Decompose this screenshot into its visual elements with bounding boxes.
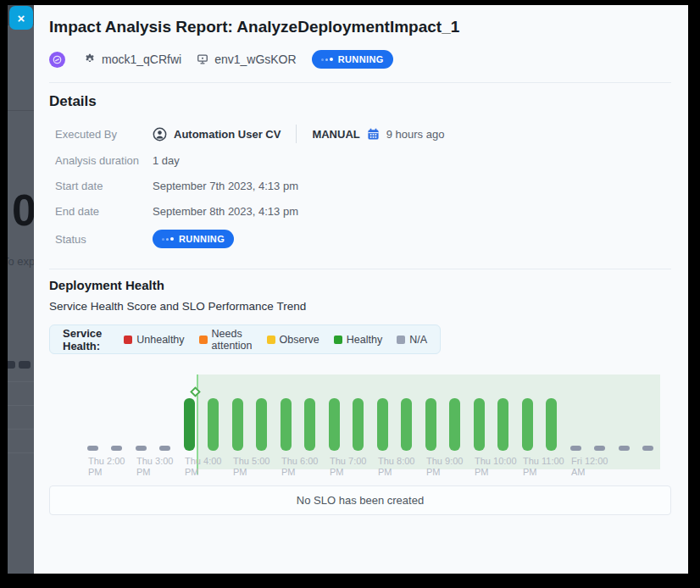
service-health-chart: Thu 2:00 PMThu 3:00 PMThu 4:00 PMThu 5:0…	[49, 363, 671, 485]
detail-row-executed-by: Executed By Automation User CV MANUAL 9 …	[55, 122, 444, 146]
detail-row-end-date: End date September 8th 2023, 4:13 pm	[55, 199, 298, 223]
execution-mode: MANUAL	[312, 128, 359, 141]
health-bar-healthy[interactable]	[329, 398, 340, 451]
detail-row-status: Status RUNNING	[55, 227, 234, 251]
detail-label: End date	[55, 205, 153, 218]
status-badge: RUNNING	[312, 50, 393, 69]
health-bar-na[interactable]	[642, 446, 653, 451]
deployment-health-heading: Deployment Health	[49, 278, 164, 292]
background-stat-value: 0	[12, 188, 34, 232]
legend-item-label: N/A	[409, 334, 427, 346]
x-axis-tick-label: Thu 4:00 PM	[185, 456, 221, 478]
dimmed-background-page: 0 To exp	[8, 5, 34, 574]
health-bar-na[interactable]	[87, 446, 98, 451]
legend-item-label: Observe	[280, 334, 319, 346]
background-row-line	[8, 381, 34, 382]
service-name: mock1_qCRfwi	[102, 53, 181, 66]
x-axis-tick-label: Thu 7:00 PM	[330, 456, 366, 478]
status-badge: RUNNING	[153, 230, 234, 248]
health-bar-healthy[interactable]	[208, 398, 219, 451]
background-partial-text: To exp	[8, 255, 34, 268]
impact-analysis-report-modal: Impact Analysis Report: AnalyzeDeploymen…	[34, 5, 688, 574]
x-axis-tick-label: Thu 6:00 PM	[281, 456, 318, 478]
legend-item: Needs attention	[199, 328, 253, 352]
details-heading: Details	[49, 93, 97, 110]
x-axis-tick-label: Thu 9:00 PM	[426, 456, 463, 478]
legend-swatch-icon	[199, 336, 208, 344]
legend-item: Unhealthy	[124, 334, 184, 346]
analysis-duration-value: 1 day	[153, 154, 180, 167]
spinner-dots-icon	[162, 237, 174, 241]
health-bar-healthy[interactable]	[425, 398, 436, 451]
executed-by-user: Automation User CV	[174, 128, 281, 141]
health-bar-healthy[interactable]	[281, 398, 292, 451]
health-bar-na[interactable]	[111, 446, 122, 451]
health-bar-na[interactable]	[619, 446, 630, 451]
legend-title: Service Health:	[63, 327, 107, 352]
background-row-line	[8, 405, 34, 406]
x-axis-tick-label: Thu 11:00 PM	[523, 456, 564, 478]
detail-label: Status	[55, 233, 153, 246]
gear-icon	[84, 53, 96, 65]
legend-item: Healthy	[334, 334, 382, 346]
health-bar-healthy[interactable]	[304, 398, 315, 451]
x-axis-tick-label: Thu 8:00 PM	[378, 456, 414, 478]
health-bar-na[interactable]	[570, 446, 581, 451]
end-date-value: September 8th 2023, 4:13 pm	[153, 205, 298, 218]
legend-swatch-icon	[334, 336, 342, 344]
calendar-icon	[367, 128, 380, 141]
health-bar-healthy[interactable]	[401, 398, 412, 451]
close-button[interactable]: ×	[9, 6, 33, 30]
detail-row-analysis-duration: Analysis duration 1 day	[55, 148, 180, 172]
close-icon: ×	[18, 11, 25, 25]
health-bar-na[interactable]	[594, 446, 605, 451]
health-bar-healthy[interactable]	[474, 398, 485, 451]
legend-swatch-icon	[397, 336, 405, 344]
health-bar-healthy[interactable]	[353, 398, 364, 451]
executed-time: 9 hours ago	[386, 128, 445, 141]
health-bar-healthy[interactable]	[546, 398, 557, 451]
environment-monitor-icon	[197, 53, 208, 65]
health-bar-healthy[interactable]	[377, 398, 388, 451]
legend-item-label: Needs attention	[212, 328, 253, 352]
health-bar-healthy[interactable]	[232, 398, 243, 451]
legend-item-label: Unhealthy	[136, 334, 184, 346]
health-bar-healthy[interactable]	[184, 398, 195, 451]
legend-item: N/A	[397, 334, 427, 346]
avatar-glyph-icon	[53, 55, 62, 64]
legend-swatch-icon	[124, 336, 132, 344]
environment-name: env1_wGsKOR	[214, 53, 296, 66]
vertical-separator	[296, 125, 297, 143]
health-bar-healthy[interactable]	[497, 398, 508, 451]
x-axis-tick-label: Thu 2:00 PM	[88, 456, 125, 478]
status-badge-label: RUNNING	[179, 234, 225, 244]
page-title: Impact Analysis Report: AnalyzeDeploymen…	[49, 18, 459, 36]
health-bar-healthy[interactable]	[522, 398, 533, 451]
background-shape	[19, 361, 31, 369]
x-axis-tick-label: Thu 10:00 PM	[475, 456, 517, 478]
start-date-value: September 7th 2023, 4:13 pm	[153, 180, 298, 192]
legend-item-label: Healthy	[347, 334, 382, 346]
health-bar-healthy[interactable]	[256, 398, 267, 451]
service-health-legend: Service Health: UnhealthyNeeds attention…	[49, 325, 441, 354]
service-avatar	[49, 52, 65, 68]
background-shape	[8, 361, 15, 369]
deployment-health-subtitle: Service Health Score and SLO Performance…	[49, 300, 306, 313]
background-divider	[8, 110, 34, 111]
x-axis-tick-label: Fri 12:00 AM	[571, 456, 608, 478]
slo-empty-message: No SLO has been created	[297, 494, 424, 507]
health-bar-healthy[interactable]	[449, 398, 460, 451]
x-axis-tick-label: Thu 5:00 PM	[233, 456, 269, 478]
legend-item: Observe	[267, 334, 319, 346]
detail-label: Executed By	[55, 128, 153, 141]
detail-label: Analysis duration	[55, 154, 153, 167]
environment-meta: env1_wGsKOR	[197, 53, 296, 66]
service-meta: mock1_qCRfwi	[84, 53, 181, 66]
section-divider	[49, 269, 671, 269]
detail-row-start-date: Start date September 7th 2023, 4:13 pm	[55, 174, 298, 197]
header-divider	[49, 82, 671, 83]
detail-label: Start date	[55, 180, 153, 192]
health-bar-na[interactable]	[159, 446, 170, 451]
health-bar-na[interactable]	[136, 446, 147, 451]
legend-swatch-icon	[267, 336, 275, 344]
